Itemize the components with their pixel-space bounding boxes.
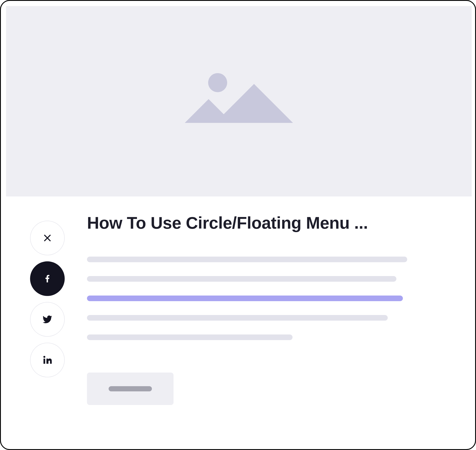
text-placeholder-line-highlight bbox=[87, 296, 403, 301]
close-icon bbox=[43, 233, 52, 243]
article-title: How To Use Circle/Floating Menu ... bbox=[87, 213, 407, 233]
share-twitter-button[interactable] bbox=[30, 302, 65, 337]
hero-image-placeholder bbox=[6, 6, 472, 196]
twitter-icon bbox=[42, 314, 53, 325]
facebook-icon bbox=[42, 274, 52, 284]
share-facebook-button[interactable] bbox=[30, 261, 65, 296]
cta-button-placeholder[interactable] bbox=[87, 373, 173, 405]
text-placeholder-line bbox=[87, 257, 407, 262]
svg-rect-3 bbox=[43, 359, 45, 364]
cta-label-placeholder bbox=[109, 386, 152, 391]
text-placeholder-line bbox=[87, 276, 396, 282]
share-menu bbox=[30, 221, 65, 377]
close-button[interactable] bbox=[30, 221, 65, 255]
svg-point-2 bbox=[43, 356, 45, 358]
text-placeholder-line bbox=[87, 334, 292, 340]
share-linkedin-button[interactable] bbox=[30, 343, 65, 377]
image-placeholder-icon bbox=[185, 73, 293, 129]
text-placeholder-line bbox=[87, 315, 388, 321]
article-card: How To Use Circle/Floating Menu ... bbox=[0, 0, 476, 450]
article-content: How To Use Circle/Floating Menu ... bbox=[87, 213, 407, 405]
linkedin-icon bbox=[42, 354, 53, 366]
